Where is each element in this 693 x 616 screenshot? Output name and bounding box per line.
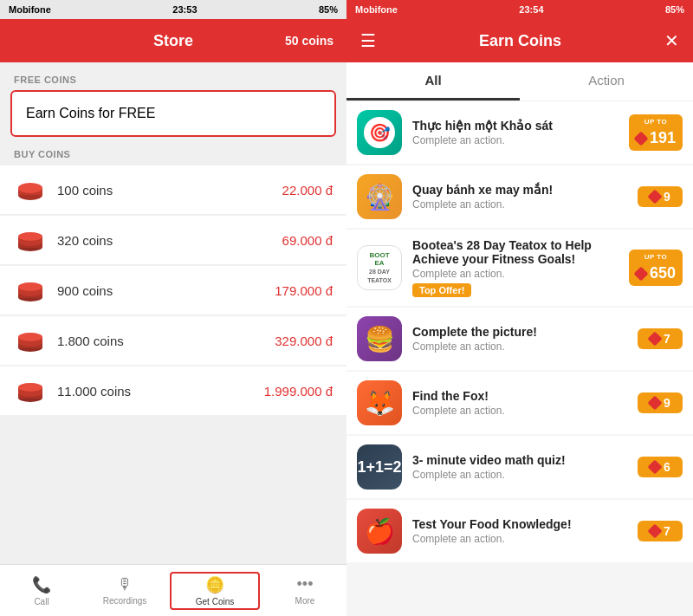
offer-survey[interactable]: 🎯 Thực hiện một Khảo sát Complete an act… [346, 101, 693, 164]
coin-icon-1 [14, 176, 47, 204]
svg-point-22 [18, 383, 42, 392]
coin-price-5: 1.999.000 đ [264, 384, 333, 399]
diamond-icon-wheel [648, 190, 663, 204]
left-carrier: Mobifone [9, 4, 51, 15]
coin-package-row[interactable]: 100 coins 22.000 đ [0, 165, 346, 215]
right-header: ☰ Earn Coins ✕ [346, 19, 693, 62]
tab-all[interactable]: All [346, 62, 520, 101]
coin-amount-1: 100 coins [57, 183, 282, 198]
nav-recordings-label: Recordings [103, 596, 147, 606]
badge-value-wheel: 9 [664, 190, 670, 204]
more-icon: ••• [297, 575, 314, 593]
offer-badge-wrap-wheel: 9 [638, 186, 683, 207]
badge-value-bootea: 650 [650, 264, 676, 282]
survey-inner-icon: 🎯 [364, 117, 395, 148]
coin-icon-2 [14, 226, 47, 254]
tabs-bar: All Action [346, 62, 693, 101]
coin-amount-2: 320 coins [57, 233, 282, 248]
offer-title-bootea: Bootea's 28 Day Teatox to Help Achieve y… [412, 238, 622, 266]
offer-food[interactable]: 🍎 Test Your Food Knowledge! Complete an … [346, 500, 693, 562]
offer-wheel[interactable]: 🎡 Quay bánh xe may mắn! Complete an acti… [346, 165, 693, 228]
offer-badge-math: 6 [638, 457, 683, 477]
nav-call[interactable]: 📞 Call [0, 575, 83, 606]
offer-sub-food: Complete an action. [412, 533, 631, 545]
offer-title-survey: Thực hiện một Khảo sát [412, 119, 622, 133]
earn-coins-free-button[interactable]: Earn Coins for FREE [10, 90, 336, 137]
left-battery: 85% [319, 4, 338, 15]
menu-icon[interactable]: ☰ [360, 30, 376, 51]
offer-sub-math: Complete an action. [412, 469, 631, 481]
offer-bootea[interactable]: BOOTEA28 DAYTEATOX Bootea's 28 Day Teato… [346, 230, 693, 306]
offer-badge-wrap-bootea: UP TO 650 [629, 250, 683, 286]
call-icon: 📞 [32, 575, 51, 594]
offer-badge-wrap-burger: 7 [638, 328, 683, 349]
diamond-icon-fox [648, 396, 663, 411]
upto-label-bootea: UP TO [644, 253, 668, 261]
svg-point-2 [18, 183, 42, 193]
offer-title-burger: Complete the picture! [412, 325, 631, 339]
tab-action[interactable]: Action [520, 62, 693, 101]
left-content: FREE COINS Earn Coins for FREE BUY COINS… [0, 62, 346, 564]
offer-info-survey: Thực hiện một Khảo sát Complete an actio… [412, 119, 622, 146]
coin-amount-3: 900 coins [57, 283, 275, 298]
food-emoji: 🍎 [365, 517, 395, 546]
coin-icon-5 [14, 377, 47, 405]
offer-sub-bootea: Complete an action. [412, 268, 622, 280]
diamond-icon-math [648, 460, 663, 475]
diamond-icon-bootea [633, 266, 648, 281]
close-icon[interactable]: ✕ [664, 30, 679, 51]
mic-icon: 🎙 [117, 575, 133, 593]
offer-fox[interactable]: 🦊 Find the Fox! Complete an action. 9 [346, 372, 693, 434]
offer-title-math: 3- minute video math quiz! [412, 453, 631, 467]
left-time: 23:53 [172, 4, 197, 15]
svg-point-17 [18, 333, 42, 341]
offer-badge-food: 7 [638, 521, 683, 541]
nav-get-coins[interactable]: 🪙 Get Coins [170, 572, 260, 610]
offer-badge-bootea: UP TO 650 [629, 250, 683, 286]
coin-price-4: 329.000 đ [275, 334, 333, 348]
coin-package-row[interactable]: 11.000 coins 1.999.000 đ [0, 366, 346, 416]
offer-title-wheel: Quay bánh xe may mắn! [412, 183, 631, 197]
offer-sub-burger: Complete an action. [412, 340, 631, 353]
diamond-icon-food [648, 524, 663, 539]
offer-info-math: 3- minute video math quiz! Complete an a… [412, 453, 631, 481]
bootea-text: BOOTEA28 DAYTEATOX [364, 248, 395, 288]
offer-icon-burger: 🍔 [357, 316, 402, 361]
nav-call-label: Call [34, 597, 49, 606]
coin-package-row[interactable]: 320 coins 69.000 đ [0, 216, 346, 265]
offer-info-fox: Find the Fox! Complete an action. [412, 389, 631, 417]
bottom-nav: 📞 Call 🎙 Recordings 🪙 Get Coins ••• More [0, 564, 346, 616]
nav-more-label: More [295, 596, 315, 606]
left-status-bar: Mobifone 23:53 85% [0, 0, 346, 19]
fox-emoji: 🦊 [365, 389, 395, 418]
offer-info-burger: Complete the picture! Complete an action… [412, 325, 631, 353]
nav-more[interactable]: ••• More [263, 575, 346, 606]
offer-icon-bootea: BOOTEA28 DAYTEATOX [357, 245, 402, 290]
offer-badge-wrap-fox: 9 [638, 392, 683, 413]
coin-price-2: 69.000 đ [282, 233, 333, 248]
svg-point-12 [18, 282, 42, 291]
offer-burger[interactable]: 🍔 Complete the picture! Complete an acti… [346, 308, 693, 370]
offer-info-wheel: Quay bánh xe may mắn! Complete an action… [412, 183, 631, 211]
offer-icon-food: 🍎 [357, 509, 402, 554]
offer-sub-fox: Complete an action. [412, 405, 631, 417]
coin-amount-5: 11.000 coins [57, 384, 264, 399]
upto-label-survey: UP TO [644, 118, 668, 126]
coin-package-row[interactable]: 900 coins 179.000 đ [0, 266, 346, 315]
offer-icon-math: 1+1=2 [357, 444, 402, 490]
right-status-bar: Mobifone 23:54 85% [346, 0, 693, 19]
left-panel: Mobifone 23:53 85% Store 50 coins FREE C… [0, 0, 346, 616]
offer-badge-wrap-food: 7 [638, 521, 683, 541]
coin-price-3: 179.000 đ [275, 283, 333, 298]
offer-sub-survey: Complete an action. [412, 134, 622, 146]
coin-packages-list: 100 coins 22.000 đ 320 coins 69.000 đ [0, 165, 346, 416]
offer-math[interactable]: 1+1=2 3- minute video math quiz! Complet… [346, 436, 693, 498]
math-text: 1+1=2 [357, 458, 401, 477]
nav-recordings[interactable]: 🎙 Recordings [83, 575, 166, 606]
offer-icon-survey: 🎯 [357, 110, 402, 155]
offer-badge-burger: 7 [638, 328, 683, 349]
buy-coins-label: BUY COINS [0, 137, 346, 165]
coin-price-1: 22.000 đ [282, 183, 333, 198]
offer-badge-wrap-survey: UP TO 191 [629, 114, 683, 151]
coin-package-row[interactable]: 1.800 coins 329.000 đ [0, 316, 346, 366]
